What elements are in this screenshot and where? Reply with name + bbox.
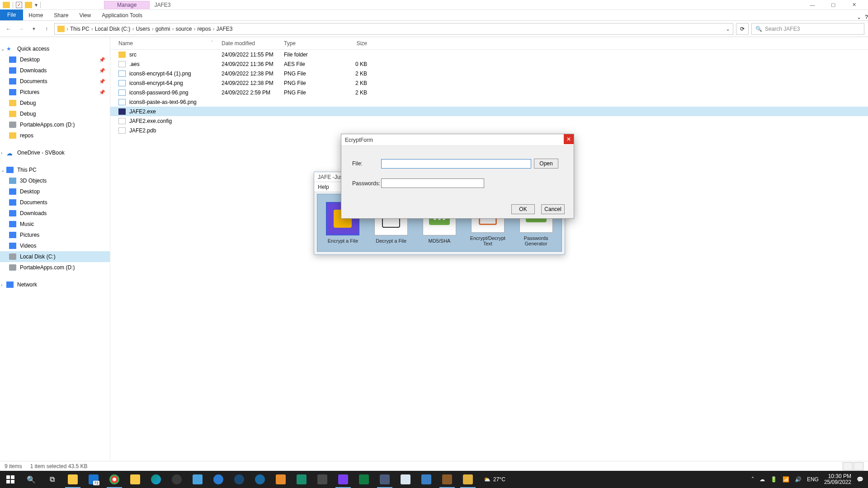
- breadcrumb[interactable]: gohmi: [156, 26, 170, 32]
- thumbnails-view-button[interactable]: [854, 462, 863, 470]
- back-button[interactable]: ←: [4, 24, 14, 34]
- chevron-right-icon[interactable]: ›: [91, 26, 93, 32]
- passwords-input[interactable]: [381, 178, 484, 188]
- sidebar-item-portableapps-d[interactable]: PortableApps.com (D:): [0, 262, 110, 273]
- ribbon-contextual-manage[interactable]: Manage: [104, 1, 150, 9]
- sidebar-item-debug[interactable]: Debug: [0, 108, 110, 119]
- up-button[interactable]: ↑: [42, 24, 52, 34]
- chevron-right-icon[interactable]: ›: [172, 26, 174, 32]
- minimize-button[interactable]: —: [802, 0, 823, 10]
- tray-onedrive-icon[interactable]: ☁: [760, 476, 765, 483]
- tab-share[interactable]: Share: [48, 10, 74, 20]
- taskbar-app-paint[interactable]: [458, 471, 478, 488]
- sidebar-item-pictures[interactable]: Pictures: [0, 230, 110, 240]
- breadcrumb[interactable]: source: [175, 26, 192, 32]
- taskbar-app-generic[interactable]: [229, 471, 250, 488]
- chevron-right-icon[interactable]: ›: [212, 26, 214, 32]
- taskbar-app-generic[interactable]: [312, 471, 333, 488]
- refresh-button[interactable]: ⟳: [736, 23, 749, 35]
- taskbar-app-visual-studio[interactable]: [333, 471, 354, 488]
- tray-wifi-icon[interactable]: 📶: [783, 476, 789, 483]
- open-button[interactable]: Open: [534, 159, 558, 169]
- file-row[interactable]: .aes24/09/2022 11:36 PMAES File0 KB: [110, 59, 868, 69]
- sidebar-item-repos[interactable]: repos: [0, 130, 110, 141]
- breadcrumb[interactable]: Users: [136, 26, 150, 32]
- task-view-button[interactable]: ⧉: [42, 471, 62, 488]
- search-box[interactable]: 🔍 Search JAFE3: [751, 23, 864, 35]
- file-row[interactable]: icons8-paste-as-text-96.png: [110, 97, 868, 107]
- taskbar-app-ie[interactable]: [208, 471, 229, 488]
- details-view-button[interactable]: [843, 462, 853, 470]
- sidebar-item-documents[interactable]: Documents📌: [0, 76, 110, 87]
- tray-clock[interactable]: 10:30 PM 25/09/2022: [824, 474, 851, 485]
- recent-locations-icon[interactable]: ▼: [29, 24, 39, 34]
- taskbar-app-obs[interactable]: [166, 471, 187, 488]
- close-button[interactable]: ✕: [844, 0, 864, 10]
- address-dropdown-icon[interactable]: ⌄: [726, 26, 730, 32]
- taskbar-app-edge[interactable]: [146, 471, 166, 488]
- ok-button[interactable]: OK: [511, 204, 535, 214]
- sidebar-this-pc[interactable]: ⌄ This PC: [0, 164, 110, 175]
- properties-icon[interactable]: ✓: [16, 2, 22, 8]
- tray-battery-icon[interactable]: 🔋: [770, 476, 777, 483]
- taskbar-app-generic[interactable]: [270, 471, 291, 488]
- column-header-type[interactable]: Type: [284, 40, 336, 47]
- sidebar-item-3d-objects[interactable]: 3D Objects: [0, 175, 110, 186]
- sidebar-item-desktop[interactable]: Desktop📌: [0, 54, 110, 65]
- taskbar-app-mail[interactable]: 72: [83, 471, 104, 488]
- chevron-down-icon[interactable]: ⌄: [1, 47, 5, 52]
- help-button[interactable]: ?: [865, 14, 868, 20]
- jafe-menu-help[interactable]: Help: [318, 184, 329, 190]
- tray-notifications-icon[interactable]: 💬: [857, 476, 863, 483]
- file-row[interactable]: icons8-password-96.png24/09/2022 2:59 PM…: [110, 88, 868, 97]
- dialog-close-button[interactable]: ✕: [564, 134, 574, 144]
- file-row[interactable]: icons8-encrypt-64.png24/09/2022 12:38 PM…: [110, 78, 868, 88]
- weather-widget[interactable]: ⛅ 27°C: [484, 476, 505, 483]
- file-row[interactable]: JAFE2.exe: [110, 107, 868, 116]
- sidebar-item-music[interactable]: Music: [0, 219, 110, 230]
- sidebar-item-local-disk-c[interactable]: Local Disk (C:): [0, 251, 110, 262]
- sidebar-item-pictures[interactable]: Pictures📌: [0, 87, 110, 98]
- sidebar-item-videos[interactable]: Videos: [0, 240, 110, 251]
- sidebar-quick-access[interactable]: ⌄ ★ Quick access: [0, 43, 110, 54]
- chevron-right-icon[interactable]: ›: [193, 26, 195, 32]
- chevron-right-icon[interactable]: ›: [132, 26, 134, 32]
- tray-volume-icon[interactable]: 🔊: [795, 476, 802, 483]
- chevron-right-icon[interactable]: ›: [1, 282, 2, 287]
- cancel-button[interactable]: Cancel: [541, 204, 565, 214]
- qat-dropdown-icon[interactable]: ▾: [35, 2, 38, 8]
- sidebar-onedrive[interactable]: › ☁ OneDrive - SVBook: [0, 147, 110, 158]
- breadcrumb[interactable]: This PC: [70, 26, 90, 32]
- sidebar-item-downloads[interactable]: Downloads📌: [0, 65, 110, 76]
- taskbar-app-generic[interactable]: [374, 471, 395, 488]
- breadcrumb[interactable]: JAFE3: [216, 26, 232, 32]
- taskbar-app-generic[interactable]: [291, 471, 312, 488]
- file-row[interactable]: icons8-encrypt-64 (1).png24/09/2022 12:3…: [110, 69, 868, 78]
- taskbar-app-excel[interactable]: [354, 471, 374, 488]
- taskbar-app-notepad[interactable]: [395, 471, 416, 488]
- address-bar[interactable]: › This PC › Local Disk (C:) › Users › go…: [54, 23, 733, 35]
- maximize-button[interactable]: ▢: [823, 0, 844, 10]
- tab-home[interactable]: Home: [23, 10, 48, 20]
- sidebar-item-desktop[interactable]: Desktop: [0, 186, 110, 197]
- taskbar-app-explorer2[interactable]: [125, 471, 146, 488]
- search-button[interactable]: 🔍: [21, 471, 42, 488]
- ribbon-collapse-icon[interactable]: ⌄: [857, 14, 861, 20]
- forward-button[interactable]: →: [16, 24, 26, 34]
- tab-application-tools[interactable]: Application Tools: [96, 10, 148, 20]
- sidebar-item-downloads[interactable]: Downloads: [0, 208, 110, 219]
- breadcrumb[interactable]: Local Disk (C:): [95, 26, 131, 32]
- chevron-right-icon[interactable]: ›: [1, 150, 2, 155]
- taskbar-app-generic[interactable]: [250, 471, 270, 488]
- sidebar-item-portableapps[interactable]: PortableApps.com (D:): [0, 119, 110, 130]
- taskbar-app-generic[interactable]: [187, 471, 208, 488]
- taskbar-app-jafe[interactable]: [437, 471, 458, 488]
- chevron-down-icon[interactable]: ⌄: [1, 168, 5, 173]
- taskbar-app-chrome[interactable]: [104, 471, 125, 488]
- start-button[interactable]: [0, 471, 21, 488]
- column-header-date[interactable]: Date modified: [222, 40, 284, 47]
- taskbar-app-generic[interactable]: [416, 471, 437, 488]
- column-header-name[interactable]: Name˄: [110, 40, 222, 47]
- sidebar-network[interactable]: › Network: [0, 279, 110, 290]
- tray-overflow-icon[interactable]: ˄: [751, 476, 754, 483]
